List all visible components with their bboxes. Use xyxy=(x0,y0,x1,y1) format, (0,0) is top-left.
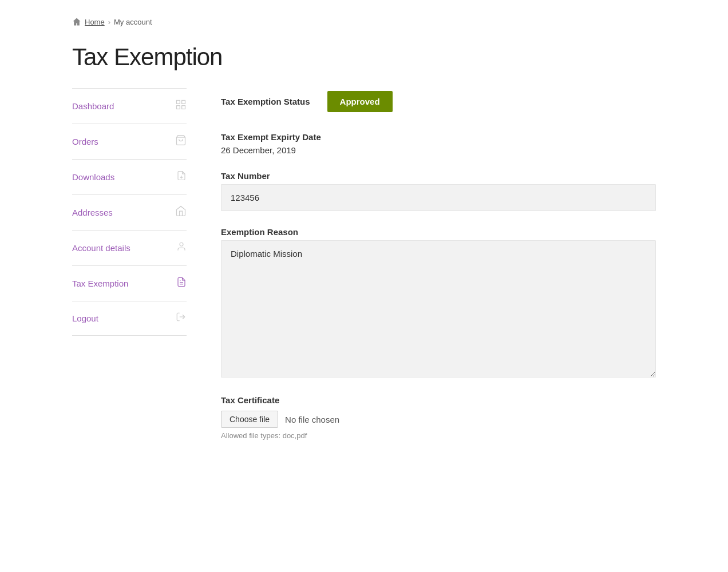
expiry-value: 26 December, 2019 xyxy=(221,145,656,155)
svg-point-6 xyxy=(180,243,183,246)
sidebar-item-addresses-label: Addresses xyxy=(72,208,113,217)
tax-certificate-section: Tax Certificate Choose file No file chos… xyxy=(221,395,656,440)
breadcrumb: Home › My account xyxy=(72,17,656,26)
sidebar-item-downloads-label: Downloads xyxy=(72,172,114,182)
sidebar: Dashboard Orders xyxy=(72,88,187,336)
svg-rect-3 xyxy=(182,106,185,109)
tax-number-input[interactable] xyxy=(221,184,656,211)
downloads-icon xyxy=(176,170,187,184)
sidebar-item-account-details-label: Account details xyxy=(72,243,130,253)
sidebar-item-downloads[interactable]: Downloads xyxy=(72,160,187,195)
sidebar-item-addresses[interactable]: Addresses xyxy=(72,195,187,231)
svg-rect-0 xyxy=(177,101,180,104)
dashboard-icon xyxy=(175,99,187,113)
sidebar-item-dashboard-label: Dashboard xyxy=(72,101,114,111)
file-upload-row: Choose file No file chosen xyxy=(221,411,656,428)
home-icon xyxy=(72,17,81,26)
svg-rect-1 xyxy=(182,101,185,104)
sidebar-item-logout-label: Logout xyxy=(72,313,98,323)
sidebar-item-dashboard[interactable]: Dashboard xyxy=(72,88,187,124)
status-label: Tax Exemption Status xyxy=(221,97,310,106)
content-area: Tax Exemption Status Approved Tax Exempt… xyxy=(221,88,656,456)
page-title: Tax Exemption xyxy=(72,43,656,71)
breadcrumb-separator: › xyxy=(108,18,110,26)
sidebar-item-orders[interactable]: Orders xyxy=(72,124,187,160)
svg-rect-2 xyxy=(177,106,180,109)
sidebar-item-account-details[interactable]: Account details xyxy=(72,231,187,266)
expiry-label: Tax Exempt Expirty Date xyxy=(221,132,656,142)
choose-file-button[interactable]: Choose file xyxy=(221,411,278,428)
breadcrumb-home-link[interactable]: Home xyxy=(85,18,105,26)
allowed-types-text: Allowed file types: doc,pdf xyxy=(221,431,656,440)
tax-certificate-label: Tax Certificate xyxy=(221,395,656,405)
status-badge: Approved xyxy=(327,91,393,112)
exemption-reason-label: Exemption Reason xyxy=(221,227,656,237)
sidebar-item-orders-label: Orders xyxy=(72,137,98,146)
status-row: Tax Exemption Status Approved xyxy=(221,91,656,112)
no-file-chosen-text: No file chosen xyxy=(285,415,339,424)
sidebar-item-tax-exemption[interactable]: Tax Exemption xyxy=(72,266,187,301)
breadcrumb-current: My account xyxy=(114,18,152,26)
exemption-reason-textarea[interactable]: Diplomatic Mission xyxy=(221,240,656,378)
tax-exemption-icon xyxy=(176,276,187,291)
sidebar-item-tax-exemption-label: Tax Exemption xyxy=(72,279,128,288)
tax-number-section: Tax Number xyxy=(221,171,656,211)
sidebar-item-logout[interactable]: Logout xyxy=(72,301,187,336)
addresses-icon xyxy=(175,205,187,220)
exemption-reason-section: Exemption Reason Diplomatic Mission xyxy=(221,227,656,379)
logout-icon xyxy=(175,312,187,325)
tax-number-label: Tax Number xyxy=(221,171,656,181)
account-details-icon xyxy=(176,241,187,255)
orders-icon xyxy=(175,134,187,149)
expiry-section: Tax Exempt Expirty Date 26 December, 201… xyxy=(221,132,656,155)
